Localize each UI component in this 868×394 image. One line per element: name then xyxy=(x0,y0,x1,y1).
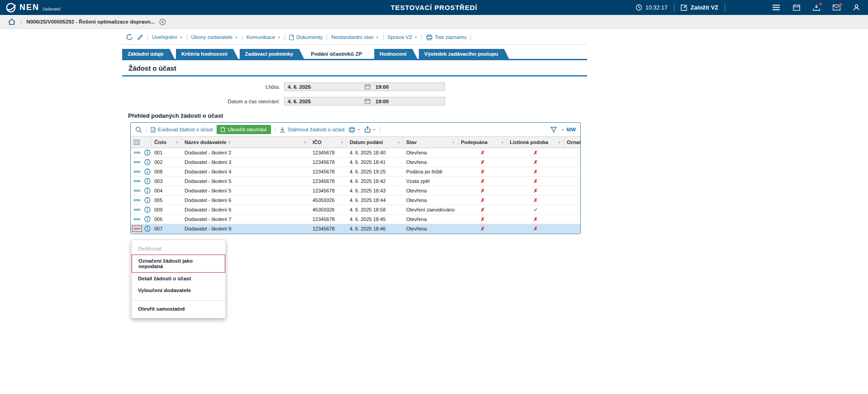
deadline-input-group: 4. 6. 2025 19:00 xyxy=(284,82,445,91)
table-row[interactable]: 009 Dodavatel - školení 6 45359326 4. 6.… xyxy=(131,205,580,215)
chevron-down-icon: ▼ xyxy=(373,128,376,131)
menu-hamburger-icon[interactable] xyxy=(772,5,780,10)
menu-tisk-zaznamu[interactable]: Tisk záznamu xyxy=(426,34,467,40)
row-info-icon[interactable] xyxy=(144,197,151,203)
table-row-selected[interactable]: 007 Dodavatel - školení 9 12345678 4. 6.… xyxy=(131,224,580,234)
tab-zakladni-udaje[interactable]: Základní údaje xyxy=(122,49,175,59)
filter-caret-icon[interactable]: ▼ xyxy=(501,141,504,144)
table-row[interactable]: 008 Dodavatel - školení 4 12345678 4. 6.… xyxy=(131,167,580,177)
edit-icon[interactable] xyxy=(137,34,143,40)
deadline-form: Lhůta: 4. 6. 2025 19:00 Datum a čas otev… xyxy=(122,82,587,106)
col-header-datum[interactable]: Datum podání ▼ xyxy=(347,137,403,148)
downloads-icon[interactable] xyxy=(813,4,820,11)
opening-time-field[interactable]: 19:00 xyxy=(372,99,445,104)
menu-nestandardni-stav[interactable]: Nestandardní stav ▼ xyxy=(331,34,379,40)
menu-label: Tisk záznamu xyxy=(435,34,467,40)
cell-podepsana-mark: ✗ xyxy=(458,178,507,184)
row-menu-icon[interactable] xyxy=(132,159,142,165)
row-info-icon[interactable] xyxy=(144,149,151,156)
cell-cislo: 004 xyxy=(152,188,182,193)
filter-caret-icon[interactable]: ▼ xyxy=(452,141,455,144)
breadcrumb-chevron-icon: › xyxy=(20,19,22,25)
table-row[interactable]: 003 Dodavatel - školení 5 12345678 4. 6.… xyxy=(131,177,580,186)
download-requests-button[interactable]: Stáhnout žádosti o účast xyxy=(280,127,345,133)
tab-hodnoceni[interactable]: Hodnocení xyxy=(374,49,417,59)
filter-icon[interactable] xyxy=(550,127,557,133)
filter-caret-icon[interactable]: ▼ xyxy=(341,141,344,144)
menu-komunikace[interactable]: Komunikace ▼ xyxy=(247,34,280,40)
filter-caret-icon[interactable]: ▼ xyxy=(397,141,400,144)
table-grid: Číslo ▼ Název dodavatele ↑ ▼ IČO ▼ Datum… xyxy=(131,136,580,234)
calendar-icon[interactable] xyxy=(362,98,372,104)
col-header-podepsana[interactable]: Podepsána ▼ xyxy=(458,137,507,148)
column-chooser-icon[interactable] xyxy=(131,137,152,148)
table-header-row: Číslo ▼ Název dodavatele ↑ ▼ IČO ▼ Datum… xyxy=(131,136,580,148)
row-menu-icon[interactable] xyxy=(132,149,142,156)
menu-ukony-zadavatele[interactable]: Úkony zadavatele ▼ xyxy=(191,34,238,40)
table-row[interactable]: 002 Dodavatel - školení 3 12345678 4. 6.… xyxy=(131,158,580,167)
finish-opening-button[interactable]: Ukončit otevírání xyxy=(217,125,270,134)
col-header-stav[interactable]: Stav ▼ xyxy=(403,137,458,148)
menu-sprava-vz[interactable]: Správa VZ ▼ xyxy=(388,34,417,40)
export-button[interactable]: ▼ xyxy=(365,126,376,133)
ctx-item-detail-zadosti[interactable]: Detail žádosti o účast xyxy=(132,273,225,284)
calendar-icon[interactable] xyxy=(362,84,372,90)
cell-ico: 12345678 xyxy=(310,216,347,222)
table-row[interactable]: 006 Dodavatel - školení 7 12345678 4. 6.… xyxy=(131,215,580,224)
cell-listinna-mark: ✗ xyxy=(507,188,564,194)
menu-uverejneni[interactable]: Uveřejnění ▼ xyxy=(152,34,183,40)
col-header-listinna[interactable]: Listinná podoba ▼ xyxy=(507,137,564,148)
download-icon xyxy=(280,127,285,133)
history-icon[interactable] xyxy=(126,34,133,41)
table-row[interactable]: 004 Dodavatel - školení 5 12345678 4. 6.… xyxy=(131,186,580,196)
cell-cislo: 009 xyxy=(152,207,182,212)
ctx-item-otevrit-samostatne[interactable]: Otevřít samostatně xyxy=(132,300,225,315)
col-header-ico[interactable]: IČO ▼ xyxy=(310,137,347,148)
row-info-icon[interactable] xyxy=(144,216,151,222)
print-table-button[interactable]: ▼ xyxy=(349,127,360,133)
search-icon[interactable] xyxy=(135,126,142,133)
row-menu-icon[interactable] xyxy=(132,187,142,194)
filter-caret-icon[interactable]: ▼ xyxy=(558,141,561,144)
home-icon[interactable] xyxy=(8,19,15,25)
row-menu-icon[interactable] xyxy=(132,178,142,184)
tab-kriteria-hodnoceni[interactable]: Kritéria hodnocení xyxy=(176,49,238,59)
breadcrumb-item[interactable]: N006/25/V00005292 - Řešení optimalizace … xyxy=(26,19,155,24)
messages-icon[interactable] xyxy=(833,5,840,10)
tab-vysledek[interactable]: Výsledek zadávacího postupu xyxy=(419,49,509,59)
filter-caret-icon[interactable]: ▼ xyxy=(304,141,307,144)
ctx-item-vylouceni-dodavatele[interactable]: Vyloučení dodavatele xyxy=(132,284,225,296)
row-menu-icon[interactable] xyxy=(132,197,142,203)
user-profile-icon[interactable] xyxy=(853,4,860,11)
create-vz-button[interactable]: Založit VZ xyxy=(681,4,718,11)
deadline-date-field[interactable]: 4. 6. 2025 xyxy=(285,84,362,90)
col-header-cislo[interactable]: Číslo ▼ xyxy=(152,137,182,148)
table-row[interactable]: 001 Dodavatel - školení 2 12345678 4. 6.… xyxy=(131,148,580,158)
opening-date-field[interactable]: 4. 6. 2025 xyxy=(285,99,362,104)
ctx-item-oznaceni-nepodana[interactable]: Označení žádosti jako nepodaná xyxy=(132,255,225,273)
row-info-icon[interactable] xyxy=(144,168,151,175)
view-selector[interactable]: ▼ MW xyxy=(561,127,576,132)
app-logo[interactable]: NEN Zadavatel xyxy=(5,2,61,13)
tab-zadavaci-podminky[interactable]: Zadávací podmínky xyxy=(240,49,304,59)
row-info-icon[interactable] xyxy=(144,187,151,194)
separator xyxy=(146,127,147,133)
row-info-icon[interactable] xyxy=(144,178,151,184)
register-request-button[interactable]: Evidovat žádost o účast xyxy=(151,127,213,133)
col-header-nazev[interactable]: Název dodavatele ↑ ▼ xyxy=(182,137,310,148)
deadline-time-field[interactable]: 19:00 xyxy=(372,84,445,90)
row-info-icon[interactable] xyxy=(144,226,151,232)
menu-dokumenty[interactable]: Dokumenty xyxy=(289,34,323,40)
col-header-oznacena[interactable]: Označena jako nepodaná xyxy=(564,137,580,148)
row-menu-icon[interactable] xyxy=(132,216,142,222)
tab-podani-ucastniku[interactable]: Podání účastníků ZP xyxy=(305,49,373,59)
calendar-icon[interactable] xyxy=(793,4,800,11)
row-info-icon[interactable] xyxy=(144,207,151,213)
table-row[interactable]: 005 Dodavatel - školení 6 45359326 4. 6.… xyxy=(131,196,580,205)
row-menu-icon[interactable] xyxy=(132,168,142,175)
row-menu-icon[interactable] xyxy=(132,226,142,232)
row-menu-icon[interactable] xyxy=(132,207,142,213)
filter-caret-icon[interactable]: ▼ xyxy=(175,141,179,144)
row-info-icon[interactable] xyxy=(144,159,151,165)
breadcrumb-close-icon[interactable] xyxy=(159,19,166,25)
